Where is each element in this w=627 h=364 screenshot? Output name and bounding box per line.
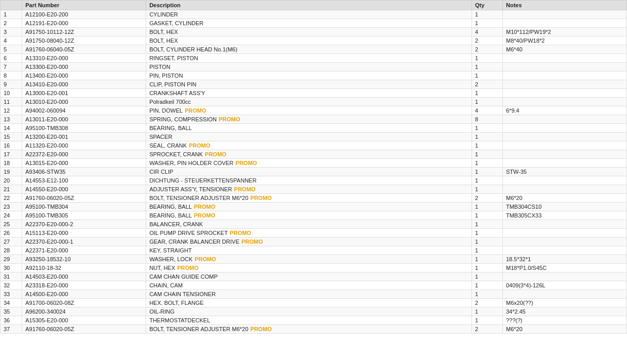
- row-part: A95100-TMB308: [22, 124, 146, 133]
- promo-badge: PROMO: [241, 239, 263, 245]
- row-desc: CYLINDER: [146, 10, 472, 19]
- row-notes: [502, 89, 626, 98]
- row-qty: 1: [472, 264, 502, 272]
- row-part: A11320-E20-000: [22, 141, 146, 150]
- table-row: 29A93250-18532-10WASHER, LOCKPROMO118.5*…: [1, 255, 627, 264]
- table-row: 20A14553-E12-100DICHTUNG - STEUERKETTENS…: [1, 176, 627, 185]
- table-row: 18A13015-E20-000WASHER, PIN HOLDER COVER…: [1, 159, 627, 168]
- row-desc: WASHER, PIN HOLDER COVERPROMO: [146, 159, 472, 168]
- row-desc-text: BOLT, TENSIONER ADJUSTER M6*20: [149, 195, 248, 201]
- row-desc: CLIP, PISTON PIN: [146, 80, 472, 89]
- row-qty: 1: [472, 272, 502, 281]
- row-notes: 0409(3*4)-126L: [502, 281, 626, 290]
- row-notes: [502, 290, 626, 299]
- row-desc-text: GEAR, CRANK BALANCER DRIVE: [149, 239, 239, 245]
- row-notes: [502, 176, 626, 185]
- row-num: 9: [1, 80, 22, 89]
- row-notes: [502, 150, 626, 159]
- row-desc-text: BEARING, BALL: [149, 125, 192, 131]
- row-notes: 6*9.4: [502, 106, 626, 115]
- table-row: 12A94002-060094PIN, DOWELPROMO46*9.4: [1, 106, 627, 115]
- row-qty: 2: [472, 45, 502, 54]
- table-row: 1A12100-E20-200CYLINDER1: [1, 10, 627, 19]
- row-desc-text: PISTON: [149, 64, 170, 70]
- row-num: 18: [1, 159, 22, 168]
- row-desc: PISTON: [146, 63, 472, 71]
- row-num: 26: [1, 229, 22, 238]
- row-notes: [502, 238, 626, 246]
- row-notes: [502, 10, 626, 19]
- row-desc-text: BEARING, BALL: [149, 212, 192, 219]
- row-num: 10: [1, 89, 22, 98]
- row-desc-text: ADJUSTER ASS'Y, TENSIONER: [149, 186, 232, 192]
- row-notes: STW-35: [502, 168, 626, 176]
- table-row: 5A91760-06040-05ZBOLT, CYLINDER HEAD No.…: [1, 45, 627, 54]
- row-part: A13200-E20-001: [22, 133, 146, 141]
- row-desc: WASHER, LOCKPROMO: [146, 255, 472, 264]
- row-notes: TMB304CS10: [502, 203, 626, 211]
- row-num: 3: [1, 28, 22, 37]
- row-desc-text: OIL PUMP DRIVE SPROCKET: [149, 230, 228, 236]
- row-num: 12: [1, 106, 22, 115]
- promo-badge: PROMO: [219, 116, 240, 122]
- row-num: 4: [1, 37, 22, 45]
- row-qty: 1: [472, 71, 502, 80]
- row-qty: 1: [472, 124, 502, 133]
- row-part: A22370-E20-000-2: [22, 220, 146, 229]
- row-desc: OIL-RING: [146, 307, 472, 316]
- row-part: A13310-E20-000: [22, 54, 146, 63]
- promo-badge: PROMO: [194, 212, 216, 219]
- table-row: 21A14550-E20-000ADJUSTER ASS'Y, TENSIONE…: [1, 185, 627, 194]
- row-notes: [502, 159, 626, 168]
- row-part: A91760-06040-05Z: [22, 45, 146, 54]
- row-desc-text: CIR CLIP: [149, 169, 173, 175]
- row-desc: PIN, DOWELPROMO: [146, 106, 472, 115]
- table-row: 11A13010-E20-000Polradkeil 700cc1: [1, 98, 627, 106]
- promo-badge: PROMO: [194, 204, 216, 210]
- row-desc: RINGSET, PISTON: [146, 54, 472, 63]
- row-part: A91700-06020-08Z: [22, 299, 146, 307]
- row-desc-text: SPACER: [149, 134, 172, 140]
- row-desc: BOLT, HEX: [146, 28, 472, 37]
- row-qty: 1: [472, 150, 502, 159]
- row-num: 27: [1, 238, 22, 246]
- row-qty: 2: [472, 325, 502, 334]
- promo-badge: PROMO: [195, 256, 216, 262]
- row-qty: 1: [472, 54, 502, 63]
- promo-badge: PROMO: [189, 142, 211, 149]
- row-part: A12191-E20-000: [22, 19, 146, 28]
- row-part: A91760-06020-05Z: [22, 194, 146, 203]
- row-desc: NUT, HEXPROMO: [146, 264, 472, 272]
- row-desc-text: OIL-RING: [149, 308, 175, 315]
- table-row: 25A22370-E20-000-2BALANCER, CRANK1: [1, 220, 627, 229]
- row-desc: GASKET, CYLINDER: [146, 19, 472, 28]
- row-num: 5: [1, 45, 22, 54]
- row-num: 25: [1, 220, 22, 229]
- row-desc: THERMOSTATDECKEL: [146, 316, 472, 325]
- row-part: A13000-E20-001: [22, 89, 146, 98]
- table-row: 27A22370-E20-000-1GEAR, CRANK BALANCER D…: [1, 238, 627, 246]
- promo-badge: PROMO: [205, 151, 227, 157]
- row-num: 31: [1, 272, 22, 281]
- table-row: 22A91760-06020-05ZBOLT, TENSIONER ADJUST…: [1, 194, 627, 203]
- row-desc: BOLT, CYLINDER HEAD No.1(M6): [146, 45, 472, 54]
- row-notes: [502, 98, 626, 106]
- row-qty: 2: [472, 37, 502, 45]
- row-num: 36: [1, 316, 22, 325]
- row-part: A91750-08040-12Z: [22, 37, 146, 45]
- row-qty: 1: [472, 220, 502, 229]
- row-qty: 1: [472, 63, 502, 71]
- row-num: 34: [1, 299, 22, 307]
- row-desc-text: SPROCKET, CRANK: [149, 151, 203, 157]
- row-desc-text: CAM CHAN GUIDE COMP: [149, 274, 218, 280]
- row-notes: ???(?): [502, 316, 626, 325]
- row-num: 35: [1, 307, 22, 316]
- table-row: 34A91700-06020-08ZHEX. BOLT, FLANGE2M6x2…: [1, 299, 627, 307]
- row-desc-text: SPRING, COMPRESSION: [149, 116, 217, 122]
- row-desc: DICHTUNG - STEUERKETTENSPANNER: [146, 176, 472, 185]
- row-part: A13011-E20-000: [22, 115, 146, 124]
- row-qty: 1: [472, 281, 502, 290]
- row-desc: SEAL, CRANKPROMO: [146, 141, 472, 150]
- table-row: 30A92110-18-32NUT, HEXPROMO1M18*P1.0/S45…: [1, 264, 627, 272]
- table-row: 4A91750-08040-12ZBOLT, HEX2M8*40/PW18*2: [1, 37, 627, 45]
